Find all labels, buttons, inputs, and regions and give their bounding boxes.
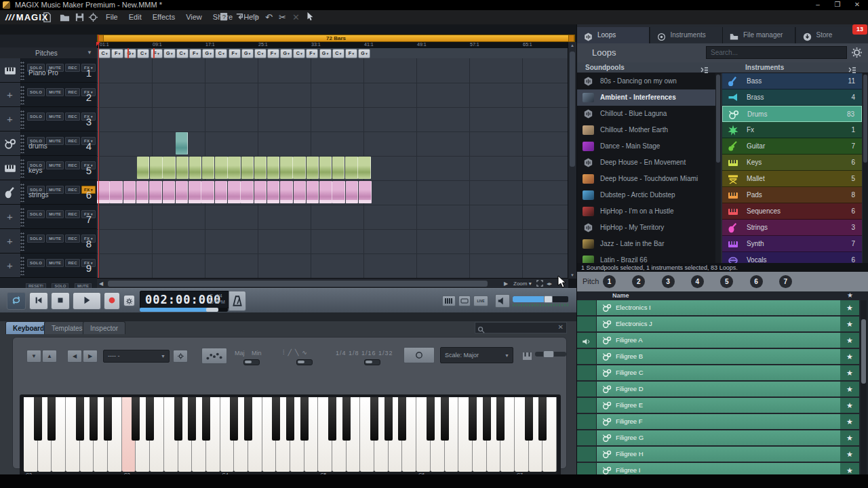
maj-label[interactable]: Maj (235, 350, 245, 357)
track-rec-button[interactable]: REC (65, 64, 80, 72)
help-book-icon[interactable]: ? (218, 12, 230, 23)
next-preset-button[interactable]: ▶ (83, 350, 98, 363)
timeline-ruler[interactable]: 01:109:117:125:133:141:149:157:165:1 (97, 42, 568, 48)
piano-key-black[interactable] (34, 397, 42, 441)
audio-clip[interactable] (176, 132, 188, 155)
record-settings-gear-icon[interactable] (123, 295, 135, 306)
latch-circle-button[interactable] (403, 347, 435, 363)
loop-row[interactable]: Filigree B ★ (577, 349, 868, 364)
export-gear-icon[interactable] (88, 12, 98, 22)
track-rec-button[interactable]: REC (65, 88, 80, 96)
chord-button-g[interactable]: G ▾ (124, 49, 136, 58)
menu-file[interactable]: File (100, 10, 123, 24)
favorite-star-icon[interactable]: ★ (840, 430, 859, 445)
tab-loops[interactable]: Loops (577, 27, 650, 43)
piano-key-black[interactable] (300, 397, 309, 441)
audio-mode-button[interactable] (458, 296, 471, 306)
audio-clip[interactable] (176, 157, 189, 179)
soundpool-item[interactable]: Ambient - Interferences (577, 89, 715, 106)
piano-key-black[interactable] (104, 397, 112, 441)
piano-key-black[interactable] (483, 397, 491, 441)
save-icon[interactable] (75, 12, 85, 22)
audio-clip[interactable] (332, 157, 344, 179)
loop-row[interactable]: Filigree E ★ (577, 398, 868, 413)
piano-key-black[interactable] (398, 397, 406, 441)
loop-name-bar[interactable]: Filigree F (597, 414, 859, 429)
piano-key-black[interactable] (469, 397, 477, 441)
favorite-star-icon[interactable]: ★ (840, 463, 859, 474)
close-button[interactable]: ✕ (852, 0, 862, 9)
instrument-item-vocals[interactable]: Vocals 6 (722, 252, 862, 263)
piano-key-black[interactable] (47, 397, 56, 441)
instruments-filter-icon[interactable] (848, 64, 856, 72)
favorite-star-icon[interactable]: ★ (840, 349, 859, 364)
audio-clip[interactable] (123, 181, 136, 203)
piano-key-black[interactable] (272, 397, 280, 441)
chord-button-f[interactable]: F ▾ (111, 49, 123, 58)
audio-clip[interactable] (228, 157, 240, 179)
instrument-item-keys[interactable]: Keys 6 (722, 155, 862, 171)
audio-clip[interactable] (319, 157, 332, 179)
track-grip[interactable] (20, 159, 24, 178)
scale-dropdown[interactable]: Scale: Major▼ (440, 347, 513, 363)
metronome-button[interactable] (229, 291, 246, 311)
audio-clip[interactable] (254, 157, 267, 179)
audio-clip[interactable] (293, 157, 305, 179)
instruments-scrollbar[interactable] (863, 73, 868, 263)
track-mute-button[interactable]: MUTE (46, 137, 64, 145)
loop-name-bar[interactable]: Filigree C (597, 365, 859, 380)
cut-scissors-icon[interactable]: ✂ (277, 12, 288, 23)
chord-button-c[interactable]: C ▾ (215, 49, 227, 58)
piano-key-black[interactable] (384, 397, 393, 441)
soundpools-scroll-thumb[interactable] (716, 75, 720, 163)
panel-settings-gear-icon[interactable] (851, 47, 863, 58)
instrument-item-bass[interactable]: Bass 11 (722, 73, 862, 89)
audio-clip[interactable] (215, 181, 228, 203)
undo-icon[interactable]: ↶ (263, 12, 275, 23)
soundpool-item[interactable]: HipHop - My Territory (577, 220, 715, 236)
soundpool-item[interactable]: Jazz - Late in the Bar (577, 236, 715, 252)
loop-button[interactable] (7, 292, 26, 310)
loop-scroll-thumb[interactable] (861, 319, 866, 384)
track-mute-button[interactable]: MUTE (46, 88, 64, 96)
piano-key-black[interactable] (525, 397, 533, 441)
piano-key-black[interactable] (538, 397, 547, 441)
instrument-preset-dropdown[interactable]: ---- -▼ (103, 350, 170, 363)
favorite-star-icon[interactable]: ★ (840, 382, 859, 396)
loop-name-bar[interactable]: Filigree H (597, 447, 859, 462)
loop-gutter[interactable] (577, 414, 596, 429)
track-grip[interactable] (20, 183, 24, 202)
skip-to-start-button[interactable] (29, 292, 48, 310)
audio-clip[interactable] (294, 181, 307, 203)
track-solo-button[interactable]: SOLO (27, 210, 45, 218)
tab-instruments[interactable]: Instruments (650, 27, 723, 43)
open-folder-icon[interactable] (60, 12, 70, 22)
track-rec-button[interactable]: REC (65, 113, 80, 121)
track-strings-icon[interactable] (0, 180, 21, 204)
soundpool-item[interactable]: Chillout - Blue Laguna (577, 106, 715, 122)
audio-clip[interactable] (267, 157, 279, 179)
zoom-dropdown[interactable]: Zoom ▾ (513, 281, 532, 287)
pitch-button-2[interactable]: 2 (632, 275, 645, 288)
loop-row[interactable]: Filigree F ★ (577, 414, 868, 429)
track-rec-button[interactable]: REC (65, 259, 80, 267)
track-grip[interactable] (20, 110, 24, 129)
audio-clip[interactable] (202, 157, 214, 179)
tab-inspector[interactable]: Inspector (83, 321, 125, 334)
vertical-scroll-thumb[interactable] (570, 52, 575, 167)
pattern-view-button[interactable] (442, 296, 456, 306)
chord-button-f[interactable]: F ▾ (267, 49, 279, 58)
piano-key-black[interactable] (76, 397, 84, 441)
scroll-right-icon[interactable]: ▶ (504, 280, 508, 287)
pitches-dropdown[interactable]: Pitches ▼ (0, 47, 97, 59)
soundpool-item[interactable]: Dance - Main Stage (577, 138, 715, 155)
chord-mode-button[interactable] (201, 348, 227, 364)
audio-clip[interactable] (150, 157, 162, 179)
track-rec-button[interactable]: REC (65, 210, 80, 218)
loop-gutter[interactable] (577, 365, 596, 380)
favorite-star-icon[interactable]: ★ (847, 291, 853, 299)
min-label[interactable]: Min (252, 350, 262, 357)
piano-key-black[interactable] (328, 397, 336, 441)
stop-button[interactable] (51, 292, 70, 310)
arp-toggle[interactable] (296, 359, 313, 365)
